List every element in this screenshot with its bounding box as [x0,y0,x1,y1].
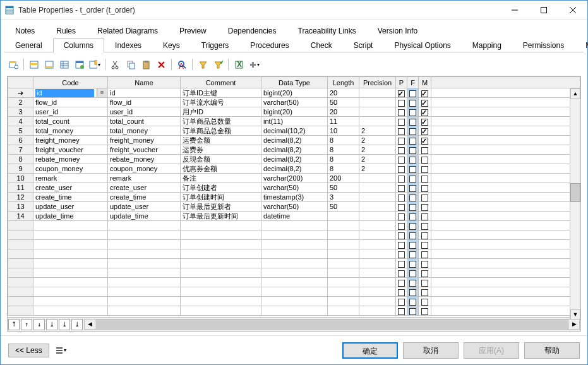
tab-triggers[interactable]: Triggers [191,38,240,52]
tab-indexes[interactable]: Indexes [104,38,152,52]
datatype-cell[interactable]: decimal(10,2) [261,126,328,136]
code-cell[interactable]: coupon_money [33,164,108,174]
find-icon[interactable]: A [176,58,188,71]
tab-dependencies[interactable]: Dependencies [217,23,287,38]
checkbox[interactable] [409,166,416,173]
fk-cell[interactable] [407,193,419,202]
table-row[interactable]: 14update_timeupdate_time订单最后更新时间datetime [8,212,580,221]
precision-cell[interactable]: 2 [359,145,396,155]
comment-cell[interactable]: 订单商品总数量 [181,117,261,126]
checkbox[interactable] [421,119,428,126]
table-row[interactable]: 4total_counttotal_count订单商品总数量int(11)11 [8,117,580,126]
code-cell[interactable]: rebate_money [33,155,108,164]
checkbox[interactable] [421,194,428,201]
pk-cell[interactable] [396,212,407,221]
code-cell[interactable]: ≡ [33,88,108,98]
table-row[interactable]: 3user_iduser_id用户IDbigint(20)20 [8,107,580,117]
length-cell[interactable]: 20 [328,107,359,117]
pk-cell[interactable] [396,164,407,174]
fk-cell[interactable] [407,107,419,117]
length-cell[interactable]: 8 [328,136,359,145]
add-row-icon[interactable] [43,58,56,71]
tab-preview[interactable]: Preview [169,23,217,38]
mandatory-cell[interactable] [419,88,431,98]
checkbox[interactable] [421,109,428,116]
checkbox[interactable] [409,194,416,201]
name-cell[interactable]: coupon_money [108,164,181,174]
table-row[interactable] [8,287,580,297]
mandatory-cell[interactable] [419,155,431,164]
checkbox[interactable] [409,185,416,192]
checkbox[interactable] [421,90,428,97]
comment-cell[interactable]: 订单创建时间 [181,193,261,202]
precision-cell[interactable]: 2 [359,126,396,136]
name-cell[interactable]: user_id [108,107,181,117]
table-row[interactable]: 2flow_idflow_id订单流水编号varchar(50)50 [8,98,580,107]
comment-cell[interactable]: 优惠券金额 [181,164,261,174]
checkbox[interactable] [398,204,405,211]
name-cell[interactable]: total_money [108,126,181,136]
close-button[interactable] [558,1,587,20]
table-row[interactable] [8,297,580,306]
table-row[interactable]: 10remarkremark备注varchar(200)200 [8,174,580,183]
tab-mysql[interactable]: MySQL [575,38,588,52]
table-row[interactable]: 13update_userupdate_user订单最后更新者varchar(5… [8,202,580,212]
datatype-cell[interactable]: decimal(8,2) [261,155,328,164]
datatype-cell[interactable]: varchar(50) [261,202,328,212]
checkbox[interactable] [421,176,428,182]
table-row[interactable]: ➔≡id订单ID主键bigint(20)20 [8,88,580,98]
col-header[interactable]: P [396,77,407,88]
code-cell[interactable]: update_user [33,202,108,212]
precision-cell[interactable] [359,202,396,212]
checkbox[interactable] [398,109,405,116]
checkbox[interactable] [421,138,428,145]
tab-procedures[interactable]: Procedures [239,38,299,52]
comment-cell[interactable]: 用户ID [181,107,261,117]
col-header[interactable]: F [407,77,419,88]
table-row[interactable]: 5total_moneytotal_money订单商品总金额decimal(10… [8,126,580,136]
minimize-button[interactable] [500,1,529,20]
checkbox[interactable] [409,147,416,154]
code-cell[interactable]: create_user [33,183,108,193]
tab-check[interactable]: Check [300,38,343,52]
nav-last-icon[interactable]: ⤓ [46,319,57,330]
nav-end-icon[interactable]: ⤓ [71,319,83,330]
checkbox[interactable] [409,100,416,107]
precision-cell[interactable] [359,88,396,98]
checkbox[interactable] [421,100,428,107]
ok-button[interactable]: 确定 [342,342,398,359]
code-cell[interactable]: remark [33,174,108,183]
vertical-scrollbar[interactable]: ▲ ▼ [570,88,580,320]
mandatory-cell[interactable] [419,98,431,107]
name-cell[interactable]: update_time [108,212,181,221]
menu-icon[interactable]: ▾ [54,344,67,357]
fk-cell[interactable] [407,117,419,126]
precision-cell[interactable]: 2 [359,164,396,174]
checkbox[interactable] [421,213,428,220]
datatype-cell[interactable]: bigint(20) [261,107,328,117]
checkbox[interactable] [409,204,416,211]
fk-cell[interactable] [407,88,419,98]
name-cell[interactable]: total_count [108,117,181,126]
datatype-cell[interactable]: datetime [261,212,328,221]
datatype-cell[interactable]: varchar(50) [261,98,328,107]
checkbox[interactable] [398,176,405,182]
col-header[interactable]: Code [33,77,108,88]
precision-cell[interactable] [359,174,396,183]
pk-cell[interactable] [396,98,407,107]
nav-first-icon[interactable]: ⤒ [8,319,20,330]
datatype-cell[interactable]: decimal(8,2) [261,136,328,145]
name-cell[interactable]: rebate_money [108,155,181,164]
tab-rules[interactable]: Rules [45,23,87,38]
precision-cell[interactable] [359,107,396,117]
col-header[interactable]: Data Type [261,77,328,88]
pk-cell[interactable] [396,145,407,155]
comment-cell[interactable]: 订单创建者 [181,183,261,193]
tab-mapping[interactable]: Mapping [462,38,512,52]
nav-down-icon[interactable]: ↓ [33,319,45,330]
pk-cell[interactable] [396,136,407,145]
filter-icon[interactable] [196,58,209,71]
datatype-cell[interactable]: timestamp(3) [261,193,328,202]
code-cell[interactable]: freight_money [33,136,108,145]
checkbox[interactable] [398,213,405,220]
